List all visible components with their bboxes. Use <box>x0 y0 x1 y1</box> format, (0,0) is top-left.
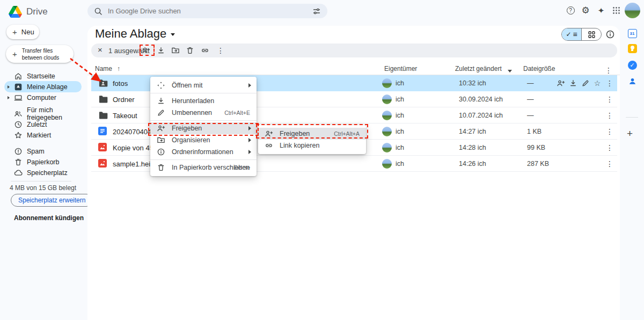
image-icon <box>98 143 108 152</box>
row-more-icon[interactable]: ⋮ <box>605 143 614 152</box>
drive-logo[interactable]: Drive <box>9 4 48 19</box>
expand-caret-icon[interactable] <box>8 96 10 99</box>
contacts-icon[interactable] <box>627 76 638 86</box>
row-rename-icon[interactable] <box>581 78 590 88</box>
spam-icon <box>13 147 23 156</box>
help-icon[interactable]: ? <box>566 5 575 15</box>
row-more-icon[interactable]: ⋮ <box>605 94 614 104</box>
folder-icon <box>98 111 108 120</box>
column-owner[interactable]: Eigentümer <box>384 65 417 72</box>
menu-item-label: Ordnerinformationen <box>172 148 233 156</box>
sidebar-item-label: Startseite <box>27 72 55 80</box>
toolbar-share-button[interactable] <box>141 46 151 55</box>
owner-avatar <box>382 111 392 120</box>
row-star-icon[interactable]: ☆ <box>592 78 602 88</box>
page-title: Meine Ablage <box>95 27 166 41</box>
list-view-button[interactable]: ✓≡ <box>562 28 581 40</box>
submenu-caret-icon <box>248 83 251 88</box>
sidebar-item-label: Markiert <box>27 132 51 139</box>
tune-icon[interactable] <box>312 7 321 16</box>
owner-avatar <box>382 94 392 104</box>
calendar-icon[interactable]: 31 <box>627 28 638 39</box>
recent-icon <box>13 120 23 129</box>
row-download-icon[interactable] <box>568 78 578 88</box>
close-icon[interactable]: × <box>98 45 103 54</box>
size-label: — <box>527 91 534 107</box>
drive-logo-icon <box>9 6 22 18</box>
column-size[interactable]: Dateigröße <box>523 65 555 72</box>
modified-label: 14:27 ich <box>459 123 486 140</box>
sort-ascending-icon[interactable]: ↑ <box>117 65 120 72</box>
row-more-icon[interactable]: ⋮ <box>605 159 614 169</box>
context-menu-item-organisieren[interactable]: Organisieren <box>150 134 257 146</box>
context-menu-item-ordnerinformationen[interactable]: Ordnerinformationen <box>150 146 257 158</box>
sidebar-divider <box>11 181 71 181</box>
context-menu-item-freigeben[interactable]: Freigeben <box>150 122 257 134</box>
sidebar-item-spam[interactable]: Spam <box>4 146 82 157</box>
folder-icon <box>98 94 108 104</box>
file-name: Ordner <box>113 96 134 104</box>
column-name[interactable]: Name <box>95 65 112 72</box>
toolbar-more-button[interactable]: ⋮ <box>216 46 225 55</box>
apps-grid-icon[interactable] <box>611 5 621 15</box>
settings-icon[interactable]: ⚙ <box>581 5 590 15</box>
modified-label: 10.07.2024 ich <box>459 107 503 123</box>
file-name: fotos <box>113 79 128 88</box>
sidebar-item-speicherplatz[interactable]: Speicherplatz <box>4 167 82 178</box>
sidebar-item-f-r-mich-freigegeben[interactable]: Für mich freigegeben <box>4 108 82 119</box>
search-input[interactable] <box>108 7 312 15</box>
modified-label: 30.09.2024 ich <box>459 91 503 107</box>
grid-view-button[interactable] <box>581 28 601 40</box>
chevron-down-icon <box>171 33 175 36</box>
owner-label: ich <box>396 160 404 168</box>
sidebar-item-computer[interactable]: Computer <box>4 92 82 103</box>
toolbar-download-button[interactable] <box>156 46 166 55</box>
toolbar-link-button[interactable] <box>200 46 210 55</box>
details-info-icon[interactable] <box>605 30 615 39</box>
row-more-icon[interactable]: ⋮ <box>605 111 614 120</box>
sidebar-item-zuletzt[interactable]: Zuletzt <box>4 119 82 130</box>
expand-storage-button[interactable]: Speicherplatz erweitern <box>11 194 93 207</box>
side-panel-divider <box>626 117 638 118</box>
sidebar-item-meine-ablage[interactable]: Meine Ablage <box>4 81 82 92</box>
trash-icon <box>156 163 165 172</box>
expand-caret-icon[interactable] <box>8 85 10 89</box>
sidebar-item-markiert[interactable]: Markiert <box>4 129 82 141</box>
row-person-add-icon[interactable] <box>556 78 566 88</box>
tasks-icon[interactable]: ✓ <box>627 60 638 70</box>
size-label: 1 KB <box>527 123 541 140</box>
new-button-label: Neu <box>21 28 34 36</box>
context-menu-item--ffnen-mit[interactable]: Öffnen mit <box>150 79 257 91</box>
share-submenu-item-link-kopieren[interactable]: Link kopieren <box>258 140 366 151</box>
organize-icon <box>156 136 165 145</box>
share-submenu-item-freigeben[interactable]: FreigebenCtrl+Alt+A <box>258 128 366 140</box>
sidebar-item-startseite[interactable]: Startseite <box>4 70 82 82</box>
size-label: — <box>527 75 534 91</box>
row-more-icon[interactable]: ⋮ <box>605 78 614 88</box>
keep-icon[interactable] <box>627 43 638 54</box>
google-drive-app: Drive ? ⚙ ✦ + Neu + Transfer files betwe… <box>0 0 644 320</box>
search-bar[interactable] <box>87 4 327 18</box>
column-modified[interactable]: Zuletzt geändert <box>455 65 502 72</box>
transfer-files-button[interactable]: + Transfer files between clouds <box>6 45 74 63</box>
download-icon <box>156 97 165 106</box>
owner-label: ich <box>396 128 404 135</box>
toolbar-trash-button[interactable] <box>185 46 195 55</box>
gemini-icon[interactable]: ✦ <box>596 5 606 15</box>
new-button[interactable]: + Neu <box>6 25 39 39</box>
account-avatar[interactable] <box>625 3 640 18</box>
sidebar-item-papierkorb[interactable]: Papierkorb <box>4 156 82 168</box>
menu-item-label: Freigeben <box>172 125 202 132</box>
get-addons-icon[interactable]: + <box>627 128 633 140</box>
rename-icon <box>156 108 165 118</box>
menu-item-label: Umbenennen <box>172 109 212 117</box>
sort-caret-icon <box>508 70 512 72</box>
context-menu-item-herunterladen[interactable]: Herunterladen <box>150 95 257 107</box>
document-icon <box>98 127 108 136</box>
cancel-subscription-link[interactable]: Abonnement kündigen <box>14 214 84 222</box>
page-title-dropdown[interactable]: Meine Ablage <box>95 27 175 41</box>
toolbar-move-folder-button[interactable] <box>171 46 180 55</box>
context-menu-item-in-papierkorb-verschieben[interactable]: In Papierkorb verschiebenDelete <box>150 162 257 173</box>
context-menu-item-umbenennen[interactable]: UmbenennenCtrl+Alt+E <box>150 107 257 119</box>
row-more-icon[interactable]: ⋮ <box>605 127 614 136</box>
